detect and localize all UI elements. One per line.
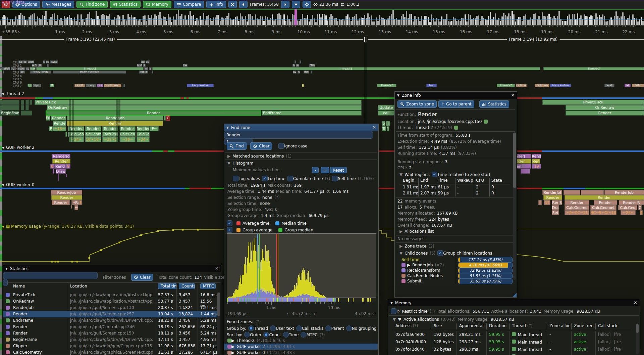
timeline-zone[interactable]: PrivateTick <box>542 100 644 105</box>
resize-handle[interactable] <box>513 293 517 297</box>
sort-by-order[interactable] <box>244 332 250 338</box>
goto-frame-button[interactable] <box>303 1 311 8</box>
sort-by-time[interactable] <box>283 332 289 338</box>
cpu-zone[interactable]: se <box>26 67 30 70</box>
zoom-to-zone-button[interactable]: Zoom to zone <box>397 100 437 108</box>
timeline-zone[interactable]: CalcGe <box>137 132 150 137</box>
increment-button[interactable]: + <box>321 167 329 173</box>
timeline-zone[interactable]: Render <box>119 126 136 131</box>
cpu-zone[interactable]: G <box>23 60 27 63</box>
timeline-zone[interactable]: Render <box>85 126 101 131</box>
timeline-zone[interactable]: CalcGeo <box>119 132 136 137</box>
timeline-zone[interactable]: CalcGeo <box>618 205 637 210</box>
timeline-zone[interactable] <box>21 100 24 105</box>
child-zone-row[interactable]: ▶ RenderJob(×2)4.16 ms (92.60%) <box>395 262 514 268</box>
timeline-zone[interactable] <box>21 105 24 110</box>
timeline-zone[interactable]: CalcGeome <box>565 205 589 210</box>
next-frame-button[interactable] <box>281 1 289 8</box>
header-counts[interactable]: Counts <box>179 283 195 289</box>
cpu-zone[interactable]: syst <box>33 84 41 87</box>
header-total[interactable]: Total tim <box>158 283 177 289</box>
timeline-zone[interactable] <box>564 190 580 195</box>
alloc-col-header[interactable]: Call stack <box>598 323 635 328</box>
cpu-zone[interactable]: kw.gm <box>32 64 38 67</box>
cpu-zone[interactable]: GUIF w <box>516 84 527 87</box>
timeline-zone[interactable]: 9 <box>66 164 70 169</box>
timeline-zone[interactable]: Rend <box>54 164 66 169</box>
cpu-zone[interactable]: sei <box>20 71 25 74</box>
timeline-zone[interactable] <box>0 100 19 105</box>
child-zone-row[interactable]: RecalcTransform72.92 us (1.62%) <box>395 268 514 273</box>
find-zone-button[interactable]: Find zone <box>76 1 108 8</box>
selected-frame-marker[interactable] <box>294 9 297 25</box>
timeline-zone[interactable]: 19 <box>532 164 541 169</box>
child-zone-row[interactable]: CalcRenderNodes51.51 us (1.15%) <box>395 273 514 278</box>
cpu-zone[interactable]: Thread-2 <box>36 67 144 70</box>
header-mtpc[interactable]: MTPC <box>200 283 216 289</box>
cpu-zone[interactable]: GGUIF <box>74 84 85 87</box>
timeline-zone[interactable]: Render <box>51 116 66 121</box>
wait-col-header[interactable]: State <box>491 178 507 183</box>
timeline-zone[interactable] <box>53 169 54 174</box>
allocation-row[interactable]: 0x7dfaa64e00192 bytes298.21 ms59.95 sMai… <box>388 331 636 339</box>
wait-col-header[interactable]: Time <box>438 178 457 183</box>
cpu-zone[interactable]: m <box>144 67 148 70</box>
cpu-zone[interactable] <box>123 84 125 87</box>
timeline-zone[interactable]: Render <box>565 195 644 200</box>
cpu-zone[interactable]: au <box>146 60 150 63</box>
cpu-zone[interactable]: surfaPsU2 <box>0 67 10 70</box>
timeline-zone[interactable]: Render <box>46 110 261 116</box>
stats-row[interactable]: Renderjni/../jni/src/guif/Screen.cpp:257… <box>3 311 218 317</box>
timeline-zone[interactable]: F <box>49 126 53 131</box>
timeline-zone[interactable] <box>65 132 67 137</box>
cpu-zone[interactable] <box>300 60 301 63</box>
cpu-zone[interactable]: s <box>143 64 146 67</box>
alloc-col-header[interactable]: Zone free <box>574 323 597 328</box>
stats-row[interactable]: Renderjni/../jni/src/guif/Screen.cpp:150… <box>3 330 218 337</box>
cpu-zone[interactable]: GUIF wor <box>104 84 121 87</box>
timeline-zone[interactable]: OnRedraw <box>566 105 644 110</box>
found-thread-row[interactable]: ▶ GUIF worker 2 (3,296) 4.61 s <box>224 344 378 350</box>
timeline-zone[interactable]: RenderJol <box>52 154 70 159</box>
timeline-zone[interactable]: 4 <box>640 210 643 215</box>
timeline-zone[interactable]: Render <box>565 200 589 205</box>
timeline-zone[interactable]: 4C~9~Ct~10 <box>590 210 616 215</box>
wait-col-header[interactable]: CPU <box>476 178 491 183</box>
frame-label[interactable]: Frame 3,193 (22.45 ms) <box>64 37 117 42</box>
timeline-zone[interactable]: ~24~ <box>69 137 84 142</box>
allocation-row[interactable]: 0x7e049b3d00128 bytes298.27 ms59.95 sMai… <box>388 339 636 346</box>
timeline-zone[interactable]: call <box>378 110 394 116</box>
cpu-zone[interactable]: av <box>293 71 297 74</box>
timeline-zone[interactable]: ~18~ <box>53 126 66 131</box>
cpu-zone[interactable]: Tracy <box>86 84 96 87</box>
child-zone-row[interactable]: Submit35.63 us (0.79%) <box>395 278 514 284</box>
cpu-zone[interactable]: GUI <box>97 84 103 87</box>
memory-usage-header[interactable]: ▼▦ Memory usage (y-range: 178.27 KB, vis… <box>2 224 134 229</box>
statistics-titlebar[interactable]: ▼Statistics✕ <box>3 265 221 272</box>
cpu-zone[interactable]: es <box>46 60 49 63</box>
prev-frame-button[interactable] <box>239 1 248 8</box>
timeline-zone[interactable]: Rende <box>53 121 66 126</box>
cpu-zone[interactable] <box>311 71 312 74</box>
timeline-zone[interactable]: Render <box>51 195 82 200</box>
go-to-parent-button[interactable]: ↑Go to parent <box>438 100 474 108</box>
cpu-zone[interactable]: syst <box>604 84 614 87</box>
timeline-zone[interactable] <box>30 100 32 105</box>
timeline-zone[interactable]: C <box>638 205 642 210</box>
cpu-zone[interactable]: a <box>149 67 152 70</box>
zone-time-strip[interactable] <box>227 298 376 302</box>
cpu-zone[interactable]: Thre <box>30 67 36 70</box>
frame-set-dropdown[interactable] <box>292 1 300 8</box>
show-group-checkbox[interactable]: ✔ <box>227 227 232 233</box>
timeline-zone[interactable]: Draw <box>56 169 66 174</box>
wait-table-row[interactable]: 2.01 ms2.07 ms59 μs-2R <box>395 191 512 196</box>
timeline-zone[interactable]: CalcGeome <box>85 132 101 137</box>
cpu-zone[interactable]: GUIF <box>632 84 644 87</box>
sort-by-count[interactable] <box>263 332 269 338</box>
decrement-button[interactable]: - <box>312 167 319 173</box>
timeline-zone[interactable]: F~ <box>150 126 159 131</box>
cpu-zone[interactable]: a <box>292 64 295 67</box>
timeline-zone[interactable]: Rend <box>532 154 541 159</box>
cpu-zone[interactable]: s <box>298 71 300 74</box>
frame-label[interactable]: Frame 3,194 (13.92 ms) <box>507 37 560 42</box>
